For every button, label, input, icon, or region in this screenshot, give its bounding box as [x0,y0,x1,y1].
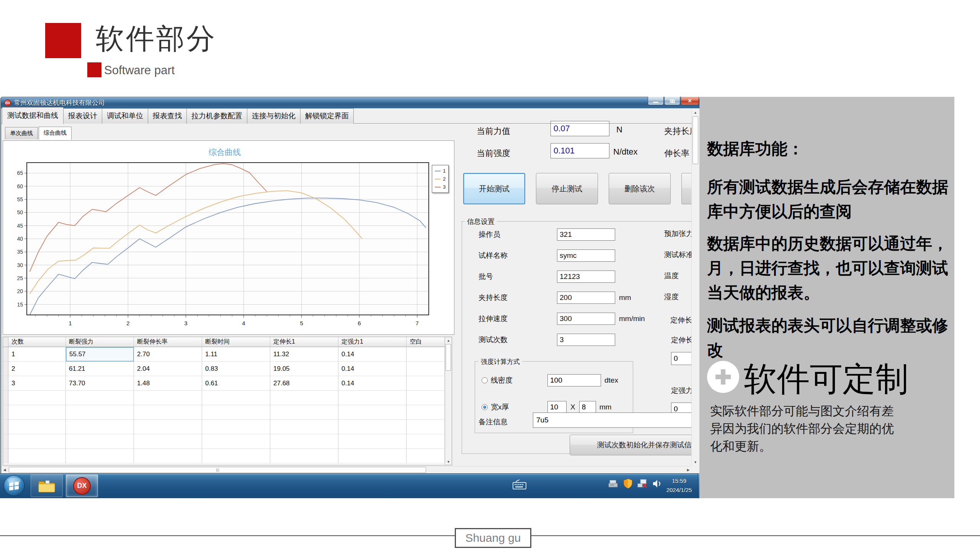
dx-app-taskbar-button[interactable]: DX [66,474,98,497]
table-cell [66,420,134,434]
chart: 15202530354045505560651234567 [3,140,454,335]
scroll-right-icon[interactable]: ▶ [685,466,692,473]
table-cell[interactable]: 0.61 [202,376,270,391]
start-button[interactable] [3,474,25,497]
main-tab-3[interactable]: 调试和单位 [102,108,148,124]
field-input[interactable] [557,228,615,241]
remark-input[interactable] [533,412,691,428]
table-cell[interactable]: 73.70 [66,376,134,391]
table-cell[interactable] [407,376,445,391]
fixed-elong-input[interactable] [671,352,691,365]
column-header[interactable]: 断裂时间 [202,337,270,347]
main-tab-2[interactable]: 报表设计 [63,108,102,124]
column-header[interactable]: 空白 [407,337,445,347]
table-cell[interactable]: 0.83 [202,362,270,376]
restore-button[interactable] [664,97,680,105]
table-cell[interactable] [407,362,445,376]
explorer-taskbar-button[interactable] [31,474,63,497]
action-button-3[interactable]: 删除该次 [609,173,671,204]
main-tab-5[interactable]: 拉力机参数配置 [186,108,247,124]
clock-time: 15:59 [661,476,697,486]
column-header[interactable]: 定强力1 [338,337,407,347]
column-header[interactable]: 断裂伸长率 [134,337,202,347]
table-cell[interactable]: 27.68 [270,376,338,391]
device-tray-icon[interactable] [608,479,619,489]
table-cell[interactable]: 2.04 [134,362,202,376]
field-unit: mm [619,293,631,302]
column-header[interactable]: 断裂强力 [66,337,134,347]
table-cell[interactable]: 61.21 [66,362,134,376]
security-shield-icon[interactable] [623,478,633,489]
curve-subtab-2[interactable]: 综合曲线 [39,127,72,140]
main-tab-1[interactable]: 测试数据和曲线 [2,107,64,124]
scroll-left-icon[interactable]: ◀ [1,466,8,473]
table-cell[interactable]: 3 [8,376,66,391]
linear-density-row: 线密度 dtex [482,373,618,387]
width-input[interactable] [547,401,567,413]
table-cell[interactable]: 0.14 [338,376,407,391]
app-icon: DX [4,99,11,106]
column-header[interactable]: 次数 [8,337,66,347]
scroll-up-icon[interactable]: ▲ [445,337,452,344]
corner-cell [3,337,8,347]
scroll-down-icon[interactable]: ▼ [692,459,699,465]
table-row-empty [3,405,452,420]
table-scrollbar[interactable]: ▲ ▼ [445,337,452,465]
right-field-label: 温度 [664,271,679,281]
thickness-input[interactable] [579,401,596,413]
strength-value-input[interactable] [550,143,609,158]
curve-subtab-1[interactable]: 单次曲线 [5,127,38,139]
taskbar-clock[interactable]: 15:59 2024/1/25 [661,476,697,495]
field-input[interactable] [557,292,615,304]
input-method-indicator[interactable] [512,479,528,492]
network-status-icon[interactable] [637,479,648,489]
width-thickness-radio[interactable] [482,404,488,410]
action-button-2[interactable]: 停止测试 [536,173,598,204]
table-cell[interactable]: 0.14 [338,362,407,376]
table-cell [66,405,134,420]
column-header[interactable]: 定伸长1 [270,337,338,347]
minimize-button[interactable] [648,97,664,105]
table-cell[interactable]: 2 [8,362,66,376]
svg-text:50: 50 [17,209,23,215]
window-vertical-scrollbar[interactable]: ▲ ▼ [691,109,699,465]
row-header[interactable] [3,347,8,362]
main-tab-6[interactable]: 连接与初始化 [247,108,301,124]
horizontal-scrollbar-thumb[interactable] [9,467,426,473]
table-row-empty [3,420,452,434]
field-input[interactable] [557,334,615,346]
table-cell[interactable]: 1 [8,347,66,362]
table-cell[interactable] [407,347,445,362]
table-cell[interactable]: 19.05 [270,362,338,376]
scroll-up-icon[interactable]: ▲ [692,109,699,116]
main-tab-7[interactable]: 解锁锁定界面 [300,108,354,124]
main-tab-4[interactable]: 报表查找 [148,108,187,124]
plus-icon [707,361,739,393]
table-cell[interactable]: 0.14 [338,347,407,362]
close-button[interactable]: ✕ [681,97,699,105]
init-save-button[interactable]: 测试次数初始化并保存测试信 [570,435,691,455]
table-cell[interactable]: 55.57 [66,347,134,362]
table-scrollbar-thumb[interactable] [446,344,451,371]
row-header[interactable] [3,362,8,376]
field-input[interactable] [557,249,615,262]
table-cell[interactable]: 1.11 [202,347,270,362]
legend-item: 2 [435,175,446,183]
field-input[interactable] [557,271,615,283]
table-cell [407,405,445,420]
table-cell [338,434,407,449]
action-button-partial[interactable] [681,173,691,204]
table-cell[interactable]: 2.70 [134,347,202,362]
row-header[interactable] [3,376,8,391]
table-cell [338,420,407,434]
linear-density-input[interactable] [547,374,601,386]
table-cell[interactable]: 1.48 [134,376,202,391]
window-horizontal-scrollbar[interactable]: ◀ ▶ [1,466,692,473]
field-input[interactable] [557,313,615,325]
vertical-scrollbar-thumb[interactable] [693,116,698,164]
table-cell[interactable]: 11.32 [270,347,338,362]
scroll-down-icon[interactable]: ▼ [445,458,452,465]
thumb-grip [219,468,219,472]
action-button-1[interactable]: 开始测试 [463,173,525,204]
linear-density-radio[interactable] [482,377,488,383]
